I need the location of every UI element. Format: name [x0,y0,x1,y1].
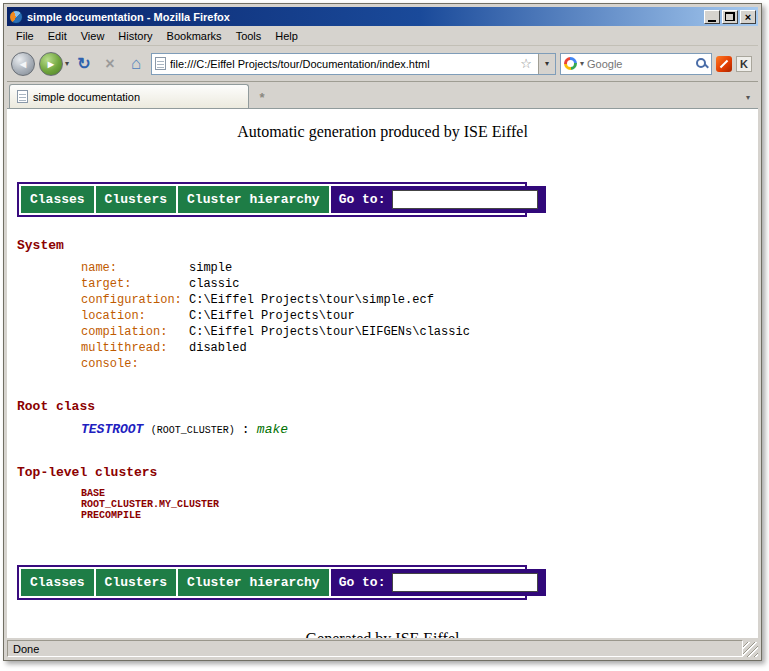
home-button[interactable]: ⌂ [125,53,147,75]
property-value: disabled [189,341,247,355]
system-row-name: name:simple [7,260,758,276]
goto-label: Go to: [339,575,386,590]
page-title: Automatic generation produced by ISE Eif… [7,123,758,141]
tab-favicon [17,90,28,103]
system-row-location: location:C:\Eiffel Projects\tour [7,308,758,324]
url-input[interactable] [170,58,514,70]
forward-dropdown-button[interactable]: ▾ [65,59,69,68]
cluster-link-base[interactable]: BASE [7,488,758,499]
tab-bar: simple documentation * ▾ [7,82,758,109]
addon-k-icon[interactable]: K [736,56,752,72]
desktop: simple documentation - Mozilla Firefox ×… [0,0,769,671]
list-all-tabs-button[interactable]: ▾ [740,87,756,107]
google-logo-icon [564,57,577,70]
system-row-compilation: compilation:C:\Eiffel Projects\tour\EIFG… [7,324,758,340]
property-value: simple [189,261,232,275]
goto-cell: Go to: [331,569,547,596]
window-controls: × [704,10,756,24]
classes-button[interactable]: Classes [21,186,94,213]
window-title: simple documentation - Mozilla Firefox [27,11,700,23]
system-row-console: console: [7,356,758,372]
menu-edit[interactable]: Edit [41,27,74,45]
restore-icon [725,12,735,21]
menu-file[interactable]: File [9,27,41,45]
property-key: compilation: [81,324,189,340]
bookmark-star-icon[interactable]: ☆ [518,56,534,71]
property-key: multithread: [81,340,189,356]
restore-button[interactable] [722,10,738,24]
page-content: Automatic generation produced by ISE Eif… [7,109,758,638]
goto-input[interactable] [392,573,538,592]
status-bar: Done [7,638,758,657]
reload-icon: ↻ [77,54,90,73]
doc-navbar-top: Classes Clusters Cluster hierarchy Go to… [17,182,527,217]
property-value: C:\Eiffel Projects\tour [189,309,355,323]
tab-simple-documentation[interactable]: simple documentation [9,84,249,108]
generated-by-text: -- Generated by ISE Eiffel -- [7,629,758,638]
page-footer: -- Generated by ISE Eiffel -- For more d… [7,629,758,638]
root-class-heading: Root class [17,399,758,414]
tab-label: simple documentation [33,91,140,103]
goto-input[interactable] [392,190,538,209]
cluster-hierarchy-button[interactable]: Cluster hierarchy [178,569,329,596]
property-value: C:\Eiffel Projects\tour\EIFGENs\classic [189,325,470,339]
system-row-configuration: configuration:C:\Eiffel Projects\tour\si… [7,292,758,308]
system-row-target: target:classic [7,276,758,292]
stop-button[interactable]: × [99,53,121,75]
root-class-link[interactable]: TESTROOT [81,422,143,437]
menu-history[interactable]: History [111,27,159,45]
property-key: console: [81,356,189,372]
url-history-dropdown[interactable]: ▾ [538,54,555,74]
property-value: classic [189,277,239,291]
clusters-button[interactable]: Clusters [96,569,176,596]
menu-bookmarks[interactable]: Bookmarks [160,27,229,45]
home-icon: ⌂ [131,54,141,74]
root-class-line: TESTROOT (ROOT_CLUSTER) : make [7,422,758,439]
dropdown-icon: ▾ [545,59,549,68]
system-properties: name:simple target:classic configuration… [7,260,758,372]
classes-button[interactable]: Classes [21,569,94,596]
top-clusters-heading: Top-level clusters [17,465,758,480]
search-input[interactable] [587,58,692,70]
forward-button[interactable]: ► [39,52,63,76]
property-key: target: [81,276,189,292]
system-heading: System [17,238,758,253]
goto-label: Go to: [339,192,386,207]
property-value: C:\Eiffel Projects\tour\simple.ecf [189,293,434,307]
resize-grip[interactable] [743,642,758,657]
minimize-button[interactable] [704,10,720,24]
search-engine-dropdown[interactable]: ▾ [580,59,584,68]
root-separator: : [242,422,250,437]
reload-button[interactable]: ↻ [73,53,95,75]
close-button[interactable]: × [740,10,756,24]
menu-tools[interactable]: Tools [229,27,269,45]
addon-icon[interactable] [716,56,732,72]
cluster-link-precompile[interactable]: PRECOMPILE [7,510,758,521]
creation-procedure-link[interactable]: make [257,422,288,437]
goto-cell: Go to: [331,186,547,213]
search-box: ▾ [560,53,712,75]
back-icon: ◄ [18,58,29,70]
close-icon: × [745,11,751,23]
property-key: name: [81,260,189,276]
site-favicon [155,57,166,70]
system-row-multithread: multithread:disabled [7,340,758,356]
status-text: Done [7,640,743,657]
new-tab-button[interactable]: * [253,87,271,107]
clusters-button[interactable]: Clusters [96,186,176,213]
forward-icon: ► [46,58,57,70]
cluster-hierarchy-button[interactable]: Cluster hierarchy [178,186,329,213]
menu-help[interactable]: Help [268,27,305,45]
browser-window: simple documentation - Mozilla Firefox ×… [3,3,762,661]
url-bar: ☆ ▾ [151,53,556,75]
back-button[interactable]: ◄ [11,52,35,76]
search-icon[interactable] [695,57,708,70]
minimize-icon [708,20,716,22]
firefox-icon [9,10,23,24]
menu-view[interactable]: View [74,27,112,45]
cluster-link-root-cluster[interactable]: ROOT_CLUSTER.MY_CLUSTER [7,499,758,510]
cluster-list: BASE ROOT_CLUSTER.MY_CLUSTER PRECOMPILE [7,488,758,521]
menubar: File Edit View History Bookmarks Tools H… [7,26,758,46]
titlebar[interactable]: simple documentation - Mozilla Firefox × [7,7,758,26]
navigation-toolbar: ◄ ► ▾ ↻ × ⌂ ☆ ▾ ▾ K [7,46,758,82]
